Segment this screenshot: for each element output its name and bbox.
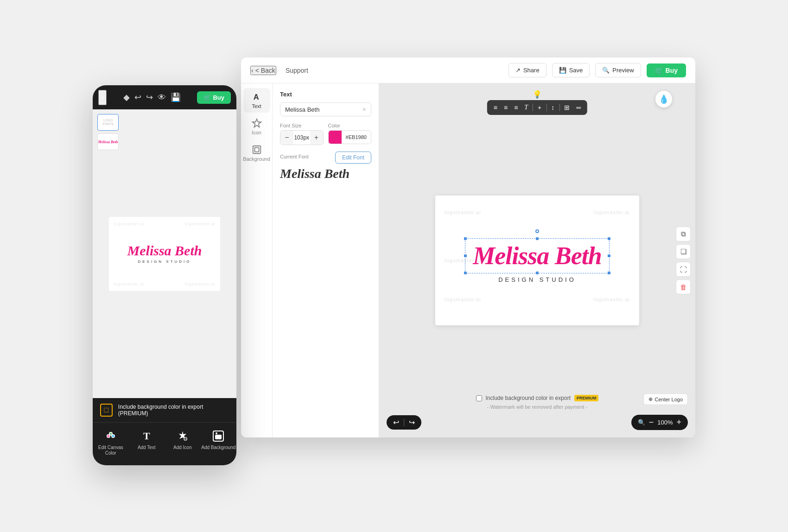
premium-badge: PREMIUM	[574, 395, 599, 401]
handle-tr[interactable]	[607, 237, 611, 241]
mobile-canvas-area: LOGO FONTS Melissa Beth logomaster.ai lo…	[93, 109, 236, 398]
border-btn[interactable]: ═	[574, 103, 583, 112]
desktop-body: A Text Icon Background	[241, 83, 695, 437]
rotate-handle[interactable]	[535, 229, 539, 233]
back-label: < Back	[255, 67, 275, 74]
add-background-label: Add Background	[201, 445, 235, 450]
spacing-btn[interactable]: +	[536, 103, 543, 112]
mobile-watermark-br: logomaster.ai	[184, 282, 216, 286]
mobile-redo-icon[interactable]: ↪	[146, 92, 153, 102]
mobile-back-button[interactable]: ‹	[98, 90, 107, 105]
text-icon: A	[252, 92, 262, 102]
header-right: ↗ Share 💾 Save 🔍 Preview 🛒 Buy	[508, 63, 686, 77]
handle-ml[interactable]	[464, 254, 467, 258]
mobile-thumb-text: Melissa Beth	[98, 140, 118, 144]
svg-point-8	[112, 435, 114, 437]
color-swatch[interactable]: #EB1980	[328, 130, 372, 144]
mobile-save-icon[interactable]: 💾	[171, 92, 181, 102]
grid-btn[interactable]: ⊞	[562, 103, 572, 112]
logo-main-text: Melissa Beth	[473, 243, 602, 268]
sidebar-text-label: Text	[252, 103, 261, 109]
canvas-bottom-controls: ↩ ↪ 🔍 − 100% +	[387, 415, 688, 430]
dropper-button[interactable]: 💧	[655, 91, 672, 108]
center-logo-button[interactable]: ⊕ Center Logo	[643, 393, 688, 405]
logo-sub-text: DESIGN STUDIO	[498, 276, 576, 283]
font-size-increase[interactable]: +	[310, 131, 323, 145]
right-mini-toolbar: ⧉ ❏ ⛶ 🗑	[676, 227, 691, 294]
font-size-stepper[interactable]: − 103px +	[280, 130, 324, 145]
mobile-undo-icon[interactable]: ↩	[134, 92, 141, 102]
undo-button[interactable]: ↩	[393, 418, 399, 427]
mobile-buy-button[interactable]: 🛒 Buy	[197, 91, 231, 104]
canvas-area: 💡 ≡ ≡ ≡ T + ↕ ⊞ ═ logomaster.	[379, 83, 695, 437]
mobile-bottom-toolbar: Edit Canvas Color T Add Text Add Icon	[93, 422, 236, 465]
edit-font-button[interactable]: Edit Font	[335, 152, 371, 164]
watermark-note: - Watermark will be removed after paymen…	[487, 404, 588, 410]
text-value: Melissa Beth	[285, 106, 319, 113]
handle-mr[interactable]	[607, 254, 611, 258]
sidebar-item-text[interactable]: A Text	[243, 88, 270, 113]
mobile-layers-icon[interactable]: ◆	[123, 92, 130, 102]
include-bg-row: Include background color in export PREMI…	[476, 395, 599, 401]
share-icon: ↗	[515, 67, 521, 74]
duplicate-btn[interactable]: ❏	[676, 244, 691, 259]
svg-point-15	[216, 432, 217, 434]
undo-redo-controls: ↩ ↪	[387, 415, 421, 430]
font-size-decrease[interactable]: −	[280, 131, 293, 145]
align-left-btn[interactable]: ≡	[492, 103, 499, 112]
copy-btn[interactable]: ⧉	[676, 227, 691, 241]
mobile-thumb-1[interactable]: LOGO FONTS	[97, 114, 119, 131]
mobile-header-icons: ◆ ↩ ↪ 👁 💾	[110, 92, 193, 102]
mobile-watermark-bl: logomaster.ai	[114, 282, 145, 286]
zoom-out-btn[interactable]: −	[649, 418, 654, 427]
resize-btn[interactable]: ⛶	[676, 262, 691, 277]
align-right-btn[interactable]: ≡	[512, 103, 520, 112]
toolbar-divider-2	[546, 104, 547, 111]
delete-btn[interactable]: 🗑	[676, 279, 691, 294]
mobile-thumbnails: LOGO FONTS Melissa Beth	[97, 114, 119, 150]
mobile-tool-add-text[interactable]: T Add Text	[129, 427, 165, 452]
mobile-thumb-2[interactable]: Melissa Beth	[97, 133, 119, 150]
include-bg-checkbox[interactable]	[476, 395, 482, 401]
zoom-search-btn[interactable]: 🔍	[638, 419, 645, 426]
save-button[interactable]: 💾 Save	[552, 63, 590, 77]
share-button[interactable]: ↗ Share	[508, 63, 547, 77]
align-center-btn[interactable]: ≡	[502, 103, 509, 112]
hint-icon: 💡	[533, 90, 542, 99]
back-button[interactable]: ‹ < Back	[250, 66, 276, 75]
left-sidebar: A Text Icon Background	[241, 83, 273, 437]
handle-tl[interactable]	[464, 237, 467, 241]
handle-tm[interactable]	[535, 237, 539, 241]
redo-button[interactable]: ↪	[409, 418, 415, 427]
mobile-tool-add-background[interactable]: Add Background	[201, 427, 237, 452]
add-icon-icon	[176, 429, 190, 443]
color-label: Color	[328, 123, 372, 128]
mobile-logo-sub: DESIGN STUDIO	[138, 260, 191, 264]
mobile-tool-add-icon[interactable]: Add Icon	[165, 427, 201, 452]
support-link[interactable]: Support	[286, 67, 308, 74]
color-hex: #EB1980	[342, 134, 371, 140]
handle-bm[interactable]	[535, 271, 539, 275]
watermark-tr: logomaster.ai	[594, 209, 630, 215]
mobile-cart-icon: 🛒	[203, 94, 211, 101]
font-style-btn[interactable]: T	[522, 103, 530, 112]
canvas-toolbar: ≡ ≡ ≡ T + ↕ ⊞ ═	[487, 100, 587, 115]
mobile-eye-icon[interactable]: 👁	[158, 93, 166, 102]
text-clear-icon[interactable]: ×	[362, 106, 366, 113]
sidebar-item-icon[interactable]: Icon	[243, 114, 270, 139]
svg-rect-2	[253, 146, 261, 154]
vertical-align-btn[interactable]: ↕	[549, 103, 556, 112]
handle-bl[interactable]	[464, 271, 467, 275]
mobile-watermark-tr: logomaster.ai	[184, 222, 216, 226]
handle-br[interactable]	[607, 271, 611, 275]
sidebar-item-background[interactable]: Background	[243, 141, 270, 165]
current-font-section: Current Font Edit Font Melissa Beth	[280, 152, 371, 181]
mobile-tool-edit-canvas[interactable]: Edit Canvas Color	[93, 427, 129, 458]
toolbar-divider-1	[533, 104, 533, 111]
text-input-row[interactable]: Melissa Beth ×	[280, 102, 371, 116]
selected-text-element[interactable]: Melissa Beth	[465, 238, 610, 273]
zoom-in-btn[interactable]: +	[676, 418, 681, 427]
color-group: Color #EB1980	[328, 123, 372, 145]
preview-button[interactable]: 🔍 Preview	[595, 63, 641, 77]
buy-button-desktop[interactable]: 🛒 Buy	[647, 63, 686, 77]
